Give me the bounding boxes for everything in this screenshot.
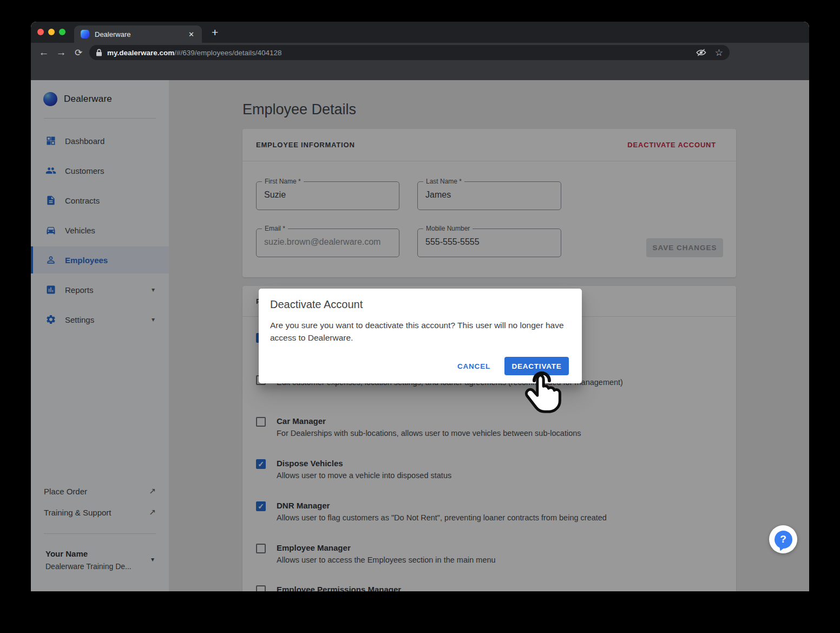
forward-icon[interactable]: → bbox=[54, 45, 69, 60]
tab-title: Dealerware bbox=[95, 30, 186, 38]
maximize-window-button[interactable] bbox=[59, 29, 65, 35]
help-bubble-icon: ? bbox=[775, 531, 792, 549]
modal-body: Are you sure you want to deactivate this… bbox=[270, 319, 567, 344]
url-path: /#/639/employees/details/404128 bbox=[174, 49, 281, 57]
tab-close-icon[interactable]: ✕ bbox=[186, 29, 196, 40]
browser-window: Dealerware ✕ + ← → ⟳ my.dealerware.com/#… bbox=[31, 22, 809, 591]
minimize-window-button[interactable] bbox=[48, 29, 55, 35]
refresh-icon[interactable]: ⟳ bbox=[71, 45, 86, 60]
address-bar[interactable]: my.dealerware.com/#/639/employees/detail… bbox=[89, 45, 730, 60]
browser-tab[interactable]: Dealerware ✕ bbox=[74, 25, 202, 43]
back-icon[interactable]: ← bbox=[36, 45, 51, 60]
cancel-button[interactable]: CANCEL bbox=[457, 362, 490, 370]
browser-toolbar: ← → ⟳ my.dealerware.com/#/639/employees/… bbox=[31, 43, 809, 80]
lock-icon bbox=[96, 49, 102, 56]
help-button[interactable]: ? bbox=[769, 525, 797, 553]
tap-hand-cursor-icon bbox=[519, 369, 565, 426]
dealerware-favicon-icon bbox=[81, 30, 89, 38]
close-window-button[interactable] bbox=[37, 29, 44, 35]
bookmark-star-icon[interactable]: ☆ bbox=[715, 47, 723, 58]
question-mark-icon: ? bbox=[775, 533, 792, 545]
eye-hidden-icon[interactable] bbox=[696, 48, 706, 57]
url-host: my.dealerware.com bbox=[107, 49, 174, 57]
new-tab-button[interactable]: + bbox=[208, 26, 221, 39]
tab-strip: Dealerware ✕ + bbox=[31, 22, 809, 43]
app-page: Dealerware Dashboard Customers Contra bbox=[31, 80, 809, 591]
modal-title: Deactivate Account bbox=[270, 298, 363, 311]
